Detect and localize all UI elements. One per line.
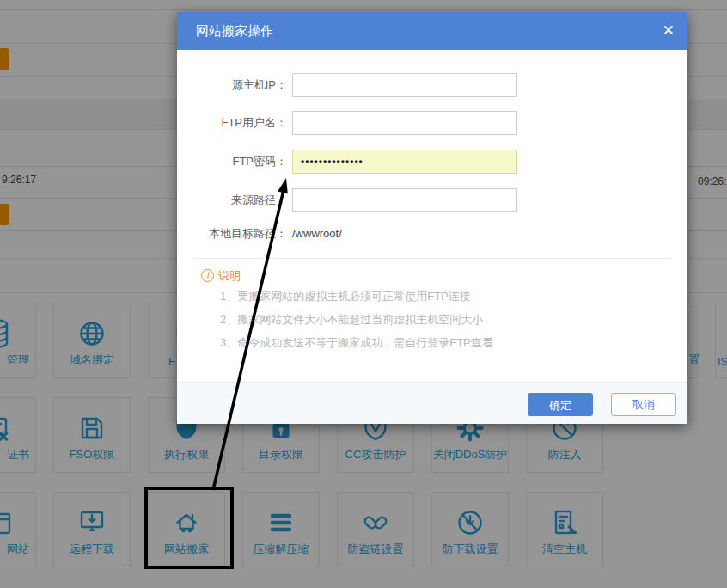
ftp-user-input[interactable] <box>292 111 517 135</box>
site-migration-dialog: 网站搬家操作 ✕ 源主机IP： FTP用户名： FTP密码： 来源路径： 本地目… <box>177 12 687 424</box>
note-item-3: 3、命令成功发送不等于搬家成功，需自行登录FTP查看 <box>220 335 493 351</box>
ftp-user-label: FTP用户名： <box>177 111 287 135</box>
dialog-title: 网站搬家操作 <box>196 12 273 50</box>
notes-title: 说明 <box>218 269 241 282</box>
ftp-password-input[interactable] <box>292 150 517 174</box>
confirm-button[interactable]: 确定 <box>528 393 593 416</box>
highlight-rectangle <box>144 487 234 569</box>
note-item-1: 1、要搬家网站的虚拟主机必须可正常使用FTP连接 <box>220 289 471 304</box>
target-path-label: 本地目标路径： <box>177 227 287 241</box>
cancel-button[interactable]: 取消 <box>611 393 676 416</box>
source-ip-input[interactable] <box>292 73 517 97</box>
close-icon[interactable]: ✕ <box>663 12 675 50</box>
screen: 9:26:17 09:26:17 管理 <box>0 0 727 588</box>
section-divider <box>194 258 670 259</box>
dialog-header: 网站搬家操作 ✕ <box>177 12 687 50</box>
target-path-value: /wwwroot/ <box>292 227 342 241</box>
ftp-password-label: FTP密码： <box>177 150 287 174</box>
source-path-input[interactable] <box>292 188 517 212</box>
info-icon: i <box>201 269 214 282</box>
source-ip-label: 源主机IP： <box>177 73 287 97</box>
dialog-footer: 确定 取消 <box>177 382 687 424</box>
source-path-label: 来源路径： <box>177 188 287 212</box>
note-item-2: 2、搬家网站文件大小不能超过当前虚拟主机空间大小 <box>220 312 483 328</box>
